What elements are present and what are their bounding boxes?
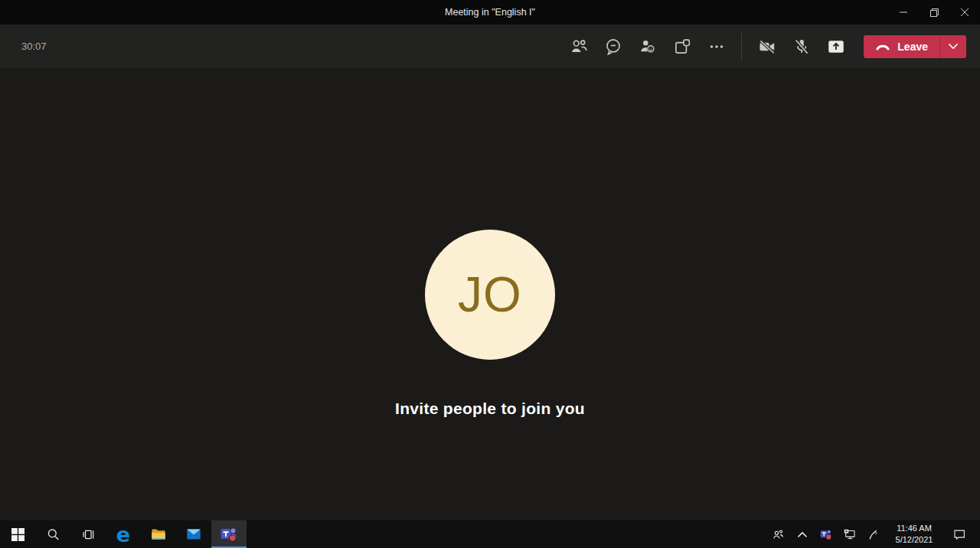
meeting-toolbar: 30:07 (0, 24, 980, 68)
toolbar-separator (741, 33, 742, 60)
search-icon (46, 527, 60, 542)
leave-button-main[interactable]: Leave (864, 35, 939, 58)
taskbar: e (0, 520, 980, 548)
hang-up-phone-icon (875, 41, 890, 52)
minimize-button[interactable] (888, 0, 919, 24)
taskbar-item-file-explorer[interactable] (141, 520, 176, 548)
show-hidden-icons-button[interactable] (790, 520, 814, 548)
task-view-icon (81, 527, 96, 542)
reactions-icon (638, 37, 658, 57)
tray-teams-button[interactable] (814, 520, 838, 548)
leave-button[interactable]: Leave (864, 35, 966, 58)
leave-options-button[interactable] (940, 35, 966, 58)
more-options-icon (707, 37, 727, 57)
mic-off-button[interactable] (784, 30, 818, 64)
taskbar-item-teams[interactable] (211, 520, 247, 548)
window-controls (888, 0, 980, 24)
tray-display-button[interactable] (838, 520, 861, 548)
share-screen-icon (825, 37, 847, 57)
mail-icon (185, 526, 202, 543)
more-options-button[interactable] (699, 30, 733, 64)
participants-icon (569, 37, 589, 57)
avatar-initials: JO (458, 266, 522, 323)
action-center-button[interactable] (943, 520, 975, 548)
file-explorer-icon (150, 526, 167, 543)
restore-button[interactable] (919, 0, 949, 24)
close-button[interactable] (949, 0, 980, 24)
breakout-rooms-icon (672, 37, 692, 57)
chevron-up-icon (797, 531, 808, 538)
windows-ink-pen-icon (867, 528, 880, 541)
chevron-down-icon (948, 43, 959, 50)
system-tray: 11:46 AM 5/12/2021 (766, 520, 980, 548)
meeting-stage: JO Invite people to join you (0, 68, 980, 520)
tray-people-button[interactable] (766, 520, 790, 548)
invite-message: Invite people to join you (395, 400, 585, 418)
avatar: JO (425, 230, 555, 360)
tray-clock[interactable]: 11:46 AM 5/12/2021 (885, 520, 943, 548)
reactions-button[interactable] (630, 30, 665, 64)
share-screen-button[interactable] (818, 30, 853, 64)
leave-button-label: Leave (897, 41, 928, 53)
taskbar-item-mail[interactable] (176, 520, 211, 548)
mic-off-icon (792, 37, 812, 57)
participants-button[interactable] (561, 30, 596, 64)
action-center-icon (952, 527, 966, 541)
camera-off-icon (757, 37, 777, 57)
chat-button[interactable] (596, 30, 630, 64)
window-title: Meeting in "English I" (445, 7, 535, 18)
tray-pen-button[interactable] (861, 520, 885, 548)
edge-icon: e (116, 524, 130, 545)
people-icon (772, 528, 785, 541)
breakout-rooms-button[interactable] (665, 30, 699, 64)
minimize-icon (899, 8, 908, 17)
taskbar-item-edge[interactable]: e (106, 520, 141, 548)
teams-icon (219, 524, 239, 544)
display-icon (843, 527, 857, 541)
close-icon (960, 8, 969, 17)
task-view-button[interactable] (70, 520, 106, 548)
taskbar-search-button[interactable] (35, 520, 70, 548)
restore-icon (929, 8, 939, 18)
windows-start-icon (11, 528, 24, 541)
teams-tray-icon (819, 527, 833, 541)
chat-icon (603, 37, 623, 57)
start-button[interactable] (0, 520, 35, 548)
clock-time: 11:46 AM (897, 523, 932, 534)
camera-off-button[interactable] (750, 30, 784, 64)
meeting-timer: 30:07 (21, 41, 47, 52)
clock-date: 5/12/2021 (896, 534, 933, 546)
window-titlebar: Meeting in "English I" (0, 0, 980, 24)
